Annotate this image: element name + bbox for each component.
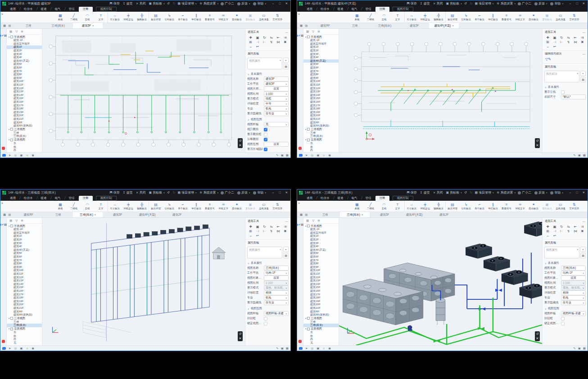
toolbar-button[interactable]: T文字 xyxy=(391,12,404,23)
tree-item[interactable]: 建筑10F xyxy=(7,269,42,272)
tree-item[interactable]: 建筑20F xyxy=(7,303,42,307)
doc-bar-icon[interactable]: ▦ xyxy=(3,213,6,217)
toolbar-button[interactable]: ▤标注管理 xyxy=(445,12,459,23)
maximize-button[interactable]: □ xyxy=(278,191,282,194)
status-right-icon[interactable]: ▣ xyxy=(578,153,581,157)
tool-icon[interactable]: ✖ xyxy=(282,40,289,44)
status-right-icon[interactable]: ▦ xyxy=(583,153,586,157)
feedback-menu[interactable]: 反馈 xyxy=(237,190,250,195)
tree-item[interactable]: 建筑3F xyxy=(7,241,42,245)
document-tab[interactable]: 三维(雨水)× xyxy=(370,23,399,28)
toolbar-button[interactable]: ◠云线 xyxy=(81,12,94,23)
tool-icon[interactable]: ▣ xyxy=(254,35,261,40)
tree-item[interactable]: 建筑13F xyxy=(303,90,339,94)
help-menu[interactable]: 帮助 xyxy=(550,1,563,6)
titlebar-action-button[interactable]: ⨯关闭 xyxy=(433,190,443,195)
property-group-title[interactable]: ∨视图范围 xyxy=(245,116,290,122)
doc-bar-icon[interactable]: ▥ xyxy=(8,24,11,27)
status-right-icon[interactable]: ▦ xyxy=(286,347,289,350)
user-menu[interactable]: 广小二 xyxy=(221,190,234,195)
status-icon[interactable]: ➤ xyxy=(305,153,308,157)
tree-item[interactable]: 南 xyxy=(303,334,339,338)
tree-item[interactable]: 建筑RF xyxy=(303,310,339,313)
tree-item[interactable]: 建筑21F xyxy=(7,307,42,310)
toolbar-button[interactable]: ✶自动标注 xyxy=(230,12,244,23)
tree-group-label[interactable]: ▾三维视图 xyxy=(303,127,339,131)
property-input[interactable]: 三维(雨水) xyxy=(264,266,289,271)
add-type-button[interactable]: + xyxy=(580,247,586,252)
property-select[interactable]: 精细▾ xyxy=(264,290,289,295)
toolbar-button[interactable]: ◠云线 xyxy=(377,12,391,23)
tool-icon[interactable]: ↻ xyxy=(558,35,565,40)
tree-item[interactable]: 建筑1F xyxy=(303,235,339,238)
tool-icon[interactable]: ⊢ xyxy=(261,229,268,233)
type-list-button[interactable]: ▤ xyxy=(283,64,289,69)
tree-group-label[interactable]: ▾三维视图 xyxy=(303,316,339,320)
chat-icon[interactable] xyxy=(2,347,6,350)
canvas-mini-toolbar[interactable]: ↺ ✕ xyxy=(535,138,540,148)
settings-button[interactable]: 设置 xyxy=(264,275,289,280)
tree-item[interactable]: 建筑9F xyxy=(7,266,42,269)
toolbar-button[interactable]: ▦表格 xyxy=(54,201,67,212)
tree-group-label[interactable]: ▾立面视图 xyxy=(303,138,339,142)
tool-icon[interactable]: ⋈ xyxy=(572,40,579,44)
tool-icon[interactable]: ⊣ xyxy=(551,40,558,44)
toolbar-button[interactable]: ◠云线 xyxy=(81,201,94,212)
add-type-button[interactable]: + xyxy=(580,71,586,76)
type-combo[interactable]: 视图属性 xyxy=(247,58,282,69)
tree-item[interactable]: 建筑14F xyxy=(303,283,339,286)
tree-tool-icon[interactable]: ▽ xyxy=(312,219,314,222)
titlebar-menu-button[interactable]: ✲系统设置 xyxy=(497,1,516,6)
ribbon-tab[interactable]: 给排水 xyxy=(317,196,334,201)
tree-item[interactable]: 建筑20F xyxy=(7,114,42,117)
status-icon[interactable]: ➤ xyxy=(9,153,11,157)
tree-tool-icon[interactable]: ▽ xyxy=(15,30,18,33)
tree-item[interactable]: 建筑6F xyxy=(303,255,339,259)
reset-view-icon[interactable]: ↺ xyxy=(239,139,242,143)
close-view-icon[interactable]: ✕ xyxy=(536,143,539,148)
titlebar-action-button[interactable]: ⬒保存 xyxy=(407,190,417,195)
tree-tool-icon[interactable]: ▥ xyxy=(9,30,12,33)
ribbon-tab[interactable]: 管综 xyxy=(362,196,375,201)
toolbar-button[interactable]: T文字 xyxy=(391,201,404,212)
document-tab[interactable]: 建筑5F× xyxy=(370,212,399,217)
tree-item[interactable]: 东 xyxy=(7,142,42,145)
tree-item[interactable]: 建筑15F xyxy=(7,97,42,100)
tree-item[interactable]: 建筑3F xyxy=(7,52,42,56)
canvas-mini-toolbar[interactable]: ↺ ✕ xyxy=(238,138,243,148)
undo-button[interactable]: ↺ xyxy=(167,2,170,5)
checkbox[interactable] xyxy=(264,128,267,131)
toolbar-button[interactable]: ⇅立管排序 xyxy=(271,12,284,23)
tree-item[interactable]: 建筑13F xyxy=(303,279,339,283)
status-icon[interactable]: ▣ xyxy=(317,347,319,350)
redo-button[interactable]: ↻ xyxy=(173,2,176,5)
tree-item[interactable]: 建筑1F xyxy=(303,45,339,49)
add-type-button[interactable]: + xyxy=(283,58,289,63)
tool-icon[interactable]: ↩ xyxy=(254,233,261,238)
tool-icon[interactable]: ⇤ xyxy=(572,224,579,229)
toolbar-button[interactable]: ╱二维线 xyxy=(364,201,377,212)
ribbon-tab[interactable]: 视图控制 xyxy=(96,196,117,201)
tree-item[interactable]: 建筑-1F xyxy=(303,228,339,231)
tree-tool-icon[interactable]: ⊘ xyxy=(317,30,320,33)
document-tab[interactable]: 建筑4F(天花)× xyxy=(132,212,162,217)
tool-icon[interactable]: ⇋ xyxy=(565,224,572,229)
property-group-title[interactable]: ∨视图范围 xyxy=(245,305,290,311)
tree-item[interactable]: 建筑12F xyxy=(7,86,42,90)
tree-item[interactable]: 建筑6F xyxy=(303,66,339,70)
drawing-canvas[interactable]: ↺ ✕ xyxy=(339,218,542,345)
tool-icon[interactable]: ✚ xyxy=(544,224,551,229)
titlebar-action-button[interactable]: ⬒保存 xyxy=(109,190,120,195)
notification-badge[interactable] xyxy=(299,340,302,343)
tree-group-label[interactable]: ▾立面视图 xyxy=(7,138,42,142)
titlebar-action-button[interactable]: ⬒保存 xyxy=(407,1,417,6)
checkbox[interactable] xyxy=(561,317,565,320)
status-right-icon[interactable]: ▦ xyxy=(286,153,289,157)
status-icon[interactable]: ☼ xyxy=(26,347,28,350)
tree-item[interactable]: 南 xyxy=(7,334,42,338)
tool-icon[interactable]: ⇉ xyxy=(579,224,586,229)
titlebar-action-button[interactable]: ⨯关闭 xyxy=(136,1,146,6)
tree-item[interactable]: 建筑15F xyxy=(303,286,339,289)
property-select[interactable]: 着色、粗实线、轮廓线▾ xyxy=(264,285,289,290)
expand-panel-icon[interactable]: » xyxy=(298,12,303,16)
